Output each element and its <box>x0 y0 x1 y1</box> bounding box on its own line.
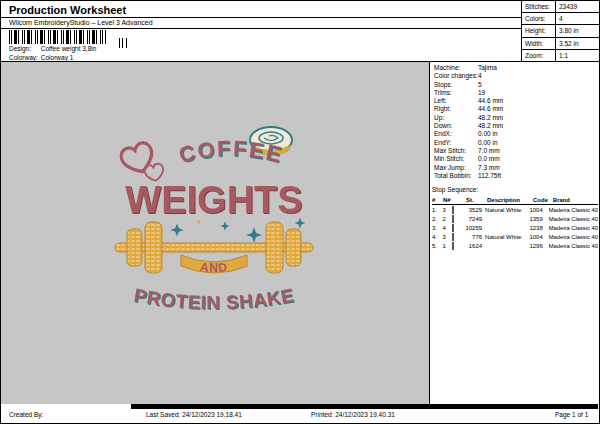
info-row: Width:3.52 in <box>522 38 600 50</box>
machine-label: Min Stitch: <box>434 155 478 163</box>
info-value: 23439 <box>555 1 600 12</box>
design-value: Coffee weight 3,8in <box>41 45 97 52</box>
hearts-icon <box>119 141 165 183</box>
machine-label: Total Bobbin: <box>434 172 478 180</box>
needle-number: 3 <box>443 234 453 240</box>
machine-label: Machine: <box>434 64 478 72</box>
machine-value: 0.00 in <box>478 130 498 138</box>
table-row: 4. 3 776 Natural White 1004 Madeira Clas… <box>432 232 598 241</box>
info-label: Width: <box>522 40 555 47</box>
created-by-label: Created By: <box>9 411 43 418</box>
machine-value: 44.6 mm <box>478 105 503 113</box>
design-word-weights: WEIGHTS <box>125 179 302 221</box>
machine-value: 0.00 in <box>478 139 498 147</box>
needle-number: 2 <box>443 216 453 222</box>
col-header: St. <box>464 197 487 203</box>
printed-value: 24/12/2023 19.40.31 <box>335 411 395 418</box>
design-label: Design: <box>9 45 39 52</box>
colorway-value: Colorway 1 <box>41 54 74 61</box>
needle-number: 1 <box>443 243 453 249</box>
machine-row: Machine:Tajima <box>434 64 503 72</box>
machine-label: Stops: <box>434 81 478 89</box>
machine-row: Stops:5 <box>434 81 503 89</box>
info-label: Height: <box>522 27 555 34</box>
thread-code: 1238 <box>529 225 548 231</box>
machine-value: Tajima <box>478 64 497 72</box>
machine-label: EndY: <box>434 139 478 147</box>
thread-description: Natural White <box>485 207 529 213</box>
last-saved-label: Last Saved: <box>146 411 180 418</box>
info-value: 1:1 <box>555 50 600 61</box>
thread-stitches: 776 <box>463 234 485 240</box>
needle-number: 3 <box>443 207 453 213</box>
thread-color-swatch <box>452 233 454 241</box>
table-row: 2. 2 7249 1359 Madeira Classic 40 <box>432 214 598 223</box>
machine-label: Down: <box>434 122 478 130</box>
machine-row: Up:48.2 mm <box>434 114 503 122</box>
info-label: Zoom: <box>522 52 555 59</box>
stop-number: 4. <box>432 234 443 240</box>
thread-brand: Madeira Classic 40 <box>549 243 598 249</box>
info-value: 4 <box>555 13 600 24</box>
stop-sequence-section: Stop Sequence: # N# St. Description Code… <box>432 186 598 250</box>
col-header: N# <box>443 197 453 203</box>
table-row: 1. 3 3529 Natural White 1004 Madeira Cla… <box>432 205 598 214</box>
stop-sequence-title: Stop Sequence: <box>432 186 598 193</box>
thread-color-swatch <box>452 206 454 214</box>
info-label: Colors: <box>522 15 555 22</box>
machine-value: 7.3 mm <box>478 164 500 172</box>
stop-number: 3. <box>432 225 443 231</box>
machine-label: Max Stitch: <box>434 147 478 155</box>
machine-value: 5 <box>478 81 482 89</box>
col-header: Brand <box>553 197 598 203</box>
machine-value: 19 <box>478 89 485 97</box>
info-row: Height:3.80 in <box>522 25 600 37</box>
table-row: 3. 4 10259 1238 Madeira Classic 40 <box>432 223 598 232</box>
stop-number: 2. <box>432 216 443 222</box>
thread-color-swatch <box>452 224 454 232</box>
design-word-coffee: COFFEE <box>176 136 285 168</box>
machine-row: EndX:0.00 in <box>434 130 503 138</box>
divider <box>1 28 521 29</box>
stop-sequence-header: # N# St. Description Code Brand <box>432 196 598 205</box>
info-row: Stitches:23439 <box>522 1 600 13</box>
printed-label: Printed: <box>311 411 333 418</box>
machine-label: Left: <box>434 97 478 105</box>
printed: Printed: 24/12/2023 19.40.31 <box>311 411 395 418</box>
machine-value: 7.0 mm <box>478 147 500 155</box>
thread-brand: Madeira Classic 40 <box>549 225 598 231</box>
thread-brand: Madeira Classic 40 <box>549 234 598 240</box>
machine-row: Trims:19 <box>434 89 503 97</box>
col-header: # <box>432 197 443 203</box>
table-row: 5. 1 1624 1296 Madeira Classic 40 <box>432 241 598 250</box>
machine-row: EndY:0.00 in <box>434 139 503 147</box>
design-word-and: AND <box>199 260 229 275</box>
and-banner: AND <box>181 255 247 275</box>
needle-number: 4 <box>443 225 453 231</box>
stop-number: 5. <box>432 243 443 249</box>
machine-label: Trims: <box>434 89 478 97</box>
barcode <box>9 30 106 44</box>
thread-color-swatch <box>452 215 454 223</box>
page-indicator: Page 1 of 1 <box>555 411 588 418</box>
page-title: Production Worksheet <box>9 4 126 16</box>
design-word-protein-shake: PROTEIN SHAKE <box>132 284 295 313</box>
thread-brand: Madeira Classic 40 <box>549 216 598 222</box>
machine-row: Max Jump:7.3 mm <box>434 164 503 172</box>
colorway-meta-row: Colorway: Colorway 1 <box>9 54 73 61</box>
thread-code: 1296 <box>529 243 548 249</box>
thread-stitches: 3529 <box>463 207 485 213</box>
barcode-small <box>119 38 129 48</box>
stop-number: 1. <box>432 207 443 213</box>
info-row: Colors:4 <box>522 13 600 25</box>
machine-value: 112.75ft <box>478 172 501 180</box>
details-panel: Machine:Tajima Color changes:4 Stops:5 T… <box>429 62 599 404</box>
col-header: Description <box>487 197 533 203</box>
footer-bar <box>131 404 598 409</box>
machine-label: Right: <box>434 105 478 113</box>
col-header: Code <box>533 197 553 203</box>
info-value: 3.52 in <box>555 38 600 49</box>
thread-color-swatch <box>452 242 454 250</box>
thread-code: 1004 <box>529 207 548 213</box>
machine-row: Down:48.2 mm <box>434 122 503 130</box>
